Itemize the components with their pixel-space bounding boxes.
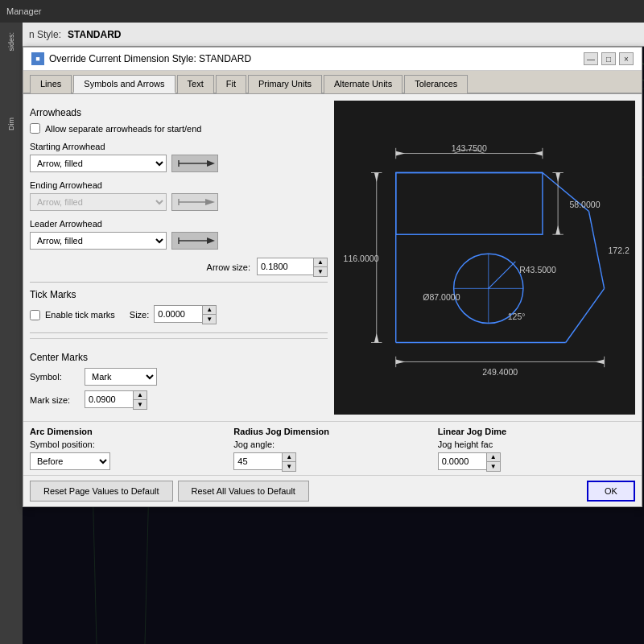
reset-all-button[interactable]: Reset All Values to Default [178, 481, 309, 502]
ending-arrowhead-row: Arrow, filled [30, 193, 328, 211]
sidebar-dim-label: Dim [7, 118, 15, 130]
svg-marker-17 [205, 199, 215, 205]
tab-lines[interactable]: Lines [30, 75, 72, 93]
arrow-size-row: Arrow size: 0.1800 ▲ ▼ [30, 258, 328, 277]
tick-marks-section: Tick Marks Enable tick marks Size: ▲ ▼ [30, 289, 328, 324]
tick-size-down[interactable]: ▼ [203, 315, 216, 324]
jog-angle-up[interactable]: ▲ [283, 453, 295, 462]
leader-arrowhead-label: Leader Arrowhead [30, 219, 328, 229]
dialog-title-bar: ■ Override Current Dimension Style: STAN… [23, 47, 642, 71]
divider-1 [30, 282, 328, 283]
arrow-size-label: Arrow size: [207, 262, 250, 272]
dialog-title-buttons: — □ × [584, 52, 634, 65]
mark-size-down[interactable]: ▼ [134, 400, 147, 409]
tab-primary-units[interactable]: Primary Units [248, 75, 322, 93]
ending-arrow-preview [171, 193, 218, 211]
dialog-content: Arrowheads Allow separate arrowheads for… [23, 94, 642, 421]
jog-angle-buttons: ▲ ▼ [282, 452, 296, 472]
arrow-size-up[interactable]: ▲ [314, 258, 327, 267]
leader-arrowhead-select[interactable]: Arrow, filled [30, 232, 167, 250]
leader-arrowhead-section: Leader Arrowhead Arrow, filled [30, 219, 328, 250]
allow-separate-row: Allow separate arrowheads for start/end [30, 123, 328, 134]
tick-size-input[interactable] [154, 305, 202, 323]
arc-dimension-title: Arc Dimension [30, 427, 227, 436]
dim-text-249: 249.4000 [482, 367, 518, 377]
jog-height-buttons: ▲ ▼ [486, 452, 501, 472]
linear-jog-title: Linear Jog Dime [438, 427, 635, 436]
linear-jog-group: Linear Jog Dime Jog height fac ▲ ▼ [438, 427, 635, 472]
dim-text-143: 143.7500 [452, 143, 487, 153]
allow-separate-checkbox[interactable] [30, 123, 40, 134]
mark-size-buttons: ▲ ▼ [133, 390, 147, 410]
svg-rect-22 [334, 111, 635, 404]
jog-angle-down[interactable]: ▼ [283, 462, 295, 471]
tab-tolerances[interactable]: Tolerances [404, 75, 468, 93]
starting-arrow-preview [171, 155, 218, 172]
left-panel: Arrowheads Allow separate arrowheads for… [30, 101, 328, 415]
arrow-size-down[interactable]: ▼ [314, 267, 327, 276]
bottom-section: Arc Dimension Symbol position: Before Ab… [23, 421, 642, 475]
mark-size-row: Mark size: ▲ ▼ [30, 390, 328, 410]
tick-marks-checkbox[interactable] [30, 310, 40, 320]
tick-marks-title: Tick Marks [30, 289, 328, 300]
leader-arrow-preview [171, 232, 218, 250]
arrowheads-title: Arrowheads [30, 107, 328, 118]
tab-symbols-arrows[interactable]: Symbols and Arrows [73, 75, 175, 93]
ending-arrowhead-label: Ending Arrowhead [30, 180, 328, 190]
symbol-select[interactable]: Mark Line None [85, 368, 157, 386]
center-marks-title: Center Marks [30, 352, 328, 363]
mark-size-label: Mark size: [30, 395, 78, 405]
sidebar-sides-label: sides: [7, 32, 15, 52]
ending-arrowhead-section: Ending Arrowhead Arrow, filled [30, 180, 328, 211]
mark-size-input[interactable] [85, 390, 133, 408]
ending-arrowhead-select[interactable]: Arrow, filled [30, 193, 167, 211]
radius-jog-title: Radius Jog Dimension [233, 427, 431, 436]
tab-alternate-units[interactable]: Alternate Units [324, 75, 402, 93]
tab-text[interactable]: Text [177, 75, 214, 93]
tab-fit[interactable]: Fit [216, 75, 246, 93]
tick-size-spinner: ▲ ▼ [154, 305, 217, 324]
divider-2 [30, 332, 328, 333]
starting-arrowhead-select[interactable]: Arrow, filled [30, 155, 167, 172]
style-bar: n Style: STANDARD [23, 23, 644, 47]
ok-button[interactable]: OK [587, 481, 635, 502]
tick-size-label: Size: [130, 310, 149, 320]
dim-text-dia87: Ø87.0000 [423, 292, 460, 302]
cad-preview-svg: 143.7500 58.0000 1 [334, 101, 635, 415]
dim-text-116: 116.0000 [344, 254, 379, 263]
svg-marker-20 [207, 237, 215, 244]
arc-dimension-group: Arc Dimension Symbol position: Before Ab… [30, 427, 227, 472]
starting-arrowhead-section: Starting Arrowhead Arrow, filled [30, 142, 328, 172]
tick-size-buttons: ▲ ▼ [202, 305, 217, 324]
arrow-size-spinner-buttons: ▲ ▼ [313, 258, 328, 277]
dim-text-r43: R43.5000 [519, 265, 556, 275]
symbol-position-select[interactable]: Before Above None [30, 452, 110, 470]
leader-arrowhead-row: Arrow, filled [30, 232, 328, 250]
symbol-position-label: Symbol position: [30, 440, 227, 449]
mark-size-spinner: ▲ ▼ [85, 390, 147, 410]
minimize-button[interactable]: — [584, 52, 598, 65]
topbar-title: Manager [6, 6, 41, 16]
tabs-row: Lines Symbols and Arrows Text Fit Primar… [23, 71, 642, 94]
dialog-icon: ■ [31, 52, 44, 65]
dim-text-58: 58.0000 [569, 200, 600, 209]
dialog-title-left: ■ Override Current Dimension Style: STAN… [31, 52, 251, 65]
restore-button[interactable]: □ [601, 52, 616, 65]
jog-height-down[interactable]: ▼ [487, 462, 500, 471]
jog-height-input[interactable] [438, 452, 486, 470]
arrow-size-spinner: 0.1800 ▲ ▼ [257, 258, 328, 277]
symbol-label: Symbol: [30, 372, 78, 382]
tick-size-up[interactable]: ▲ [203, 306, 216, 315]
jog-height-up[interactable]: ▲ [487, 453, 500, 462]
close-dialog-button[interactable]: × [619, 52, 634, 65]
dialog-footer: Reset Page Values to Default Reset All V… [23, 475, 642, 506]
style-bar-label: n Style: [29, 29, 61, 40]
arrow-size-input[interactable]: 0.1800 [257, 258, 313, 275]
mark-size-up[interactable]: ▲ [134, 391, 147, 400]
jog-height-label: Jog height fac [438, 440, 635, 449]
cad-preview-panel: 143.7500 58.0000 1 [334, 101, 635, 415]
jog-angle-input[interactable] [233, 452, 282, 470]
symbol-row: Symbol: Mark Line None [30, 368, 328, 386]
reset-page-button[interactable]: Reset Page Values to Default [30, 481, 173, 502]
radius-jog-group: Radius Jog Dimension Jog angle: ▲ ▼ [233, 427, 431, 472]
